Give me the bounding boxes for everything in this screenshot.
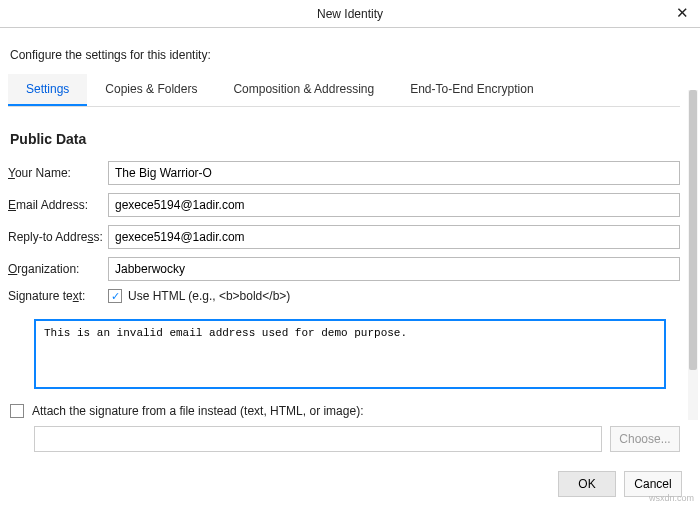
label-your-name: Your Name: — [8, 166, 108, 180]
choose-file-button[interactable]: Choose... — [610, 426, 680, 452]
attach-file-path-input[interactable] — [34, 426, 602, 452]
label-organization: Organization: — [8, 262, 108, 276]
attach-file-label: Attach the signature from a file instead… — [32, 404, 363, 418]
use-html-label: Use HTML (e.g., <b>bold</b>) — [128, 289, 290, 303]
use-html-checkbox[interactable]: ✓ — [108, 289, 122, 303]
tab-composition[interactable]: Composition & Addressing — [215, 74, 392, 106]
dialog-content: Configure the settings for this identity… — [0, 28, 700, 457]
ok-button[interactable]: OK — [558, 471, 616, 497]
title-bar: New Identity ✕ — [0, 0, 700, 28]
signature-textarea[interactable] — [34, 319, 666, 389]
tab-settings[interactable]: Settings — [8, 74, 87, 106]
your-name-input[interactable] — [108, 161, 680, 185]
close-icon[interactable]: ✕ — [672, 4, 692, 22]
reply-to-input[interactable] — [108, 225, 680, 249]
watermark: wsxdn.com — [649, 493, 694, 503]
tab-bar: Settings Copies & Folders Composition & … — [8, 74, 680, 107]
subtitle: Configure the settings for this identity… — [10, 48, 680, 62]
organization-input[interactable] — [108, 257, 680, 281]
vertical-scrollbar[interactable] — [688, 90, 698, 420]
window-title: New Identity — [317, 7, 383, 21]
scrollbar-thumb[interactable] — [689, 90, 697, 370]
tab-copies-folders[interactable]: Copies & Folders — [87, 74, 215, 106]
label-email: Email Address: — [8, 198, 108, 212]
attach-file-checkbox[interactable] — [10, 404, 24, 418]
email-input[interactable] — [108, 193, 680, 217]
section-public-data: Public Data — [10, 131, 680, 147]
label-signature-text: Signature text: — [8, 289, 108, 303]
tab-encryption[interactable]: End-To-End Encryption — [392, 74, 551, 106]
label-reply-to: Reply-to Address: — [8, 230, 108, 244]
